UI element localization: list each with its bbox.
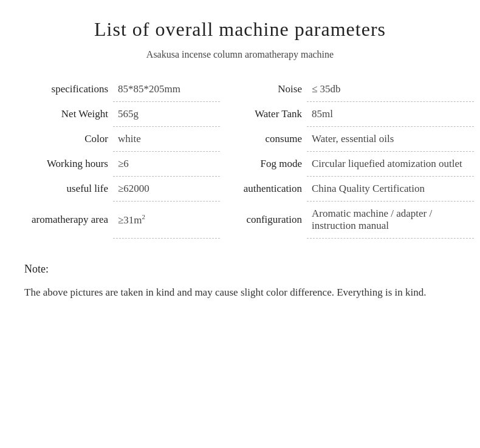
param-label: aromatherapy area [6, 202, 113, 239]
param-value: 85*85*205mm [113, 77, 220, 102]
param-value2: Water, essential oils [307, 127, 474, 152]
param-label: Color [6, 127, 113, 152]
param-label: useful life [6, 177, 113, 202]
param-label: specifications [6, 77, 113, 102]
table-row: Net Weight565gWater Tank85ml [6, 102, 474, 127]
params-table: specifications85*85*205mmNoise≤ 35dbNet … [6, 77, 474, 239]
param-value: ≥6 [113, 152, 220, 177]
param-label2: Fog mode [220, 152, 307, 177]
param-value: white [113, 127, 220, 152]
note-section: Note: The above pictures are taken in ki… [6, 263, 474, 302]
table-row: Working hours≥6Fog modeCircular liquefie… [6, 152, 474, 177]
page-title: List of overall machine parameters [6, 18, 474, 41]
param-value2: Circular liquefied atomization outlet [307, 152, 474, 177]
param-label: Net Weight [6, 102, 113, 127]
param-value: ≥62000 [113, 177, 220, 202]
param-label2: Water Tank [220, 102, 307, 127]
page-subtitle: Asakusa incense column aromatherapy mach… [6, 49, 474, 60]
param-label2: consume [220, 127, 307, 152]
param-value2: Aromatic machine / adapter / instruction… [307, 202, 474, 239]
table-row: useful life≥62000authenticationChina Qua… [6, 177, 474, 202]
param-label2: configuration [220, 202, 307, 239]
table-row: ColorwhiteconsumeWater, essential oils [6, 127, 474, 152]
page: List of overall machine parameters Asaku… [0, 0, 480, 320]
param-value2: ≤ 35db [307, 77, 474, 102]
table-row: specifications85*85*205mmNoise≤ 35db [6, 77, 474, 102]
param-value2: China Quality Certification [307, 177, 474, 202]
param-label2: authentication [220, 177, 307, 202]
table-row: aromatherapy area≥31m2configurationAroma… [6, 202, 474, 239]
param-label2: Noise [220, 77, 307, 102]
param-value: ≥31m2 [113, 202, 220, 239]
note-text: The above pictures are taken in kind and… [24, 284, 474, 302]
param-label: Working hours [6, 152, 113, 177]
param-value2: 85ml [307, 102, 474, 127]
param-value: 565g [113, 102, 220, 127]
note-title: Note: [24, 263, 474, 276]
